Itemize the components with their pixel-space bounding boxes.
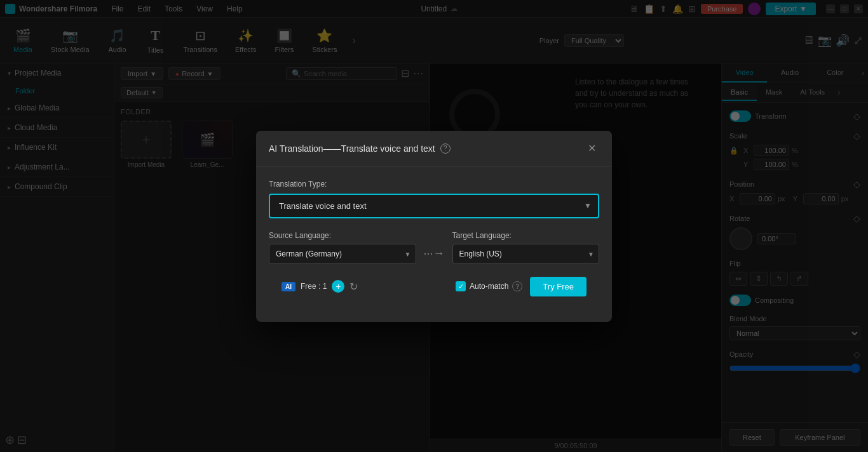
language-row: Source Language: German (Germany) Englis…	[269, 231, 599, 264]
translation-type-label: Translation Type:	[269, 180, 599, 189]
target-lang-col: Target Language: English (US) German (Ge…	[452, 231, 600, 264]
refresh-button[interactable]: ↻	[349, 281, 358, 293]
footer-left: AI Free : 1 + ↻	[281, 280, 358, 293]
footer-right: ✓ Auto-match ? Try Free	[456, 277, 587, 296]
modal-close-button[interactable]: ✕	[584, 141, 599, 156]
try-free-button[interactable]: Try Free	[530, 277, 587, 296]
target-lang-select[interactable]: English (US) German (Germany) French (Fr…	[452, 244, 600, 264]
target-lang-label: Target Language:	[452, 231, 600, 240]
modal-title-text: AI Translation——Translate voice and text	[269, 143, 435, 154]
source-lang-label: Source Language:	[269, 231, 416, 240]
lang-arrow-separator: ···→	[424, 234, 445, 260]
auto-match-container[interactable]: ✓ Auto-match ?	[456, 281, 522, 291]
free-count: Free : 1	[301, 282, 327, 291]
modal-title-container: AI Translation——Translate voice and text…	[269, 143, 451, 154]
modal-body: Translation Type: Translate voice and te…	[256, 167, 612, 322]
auto-match-label: Auto-match	[470, 282, 508, 291]
modal-header: AI Translation——Translate voice and text…	[256, 131, 612, 167]
auto-match-help[interactable]: ?	[512, 281, 522, 291]
target-lang-wrapper: English (US) German (Germany) French (Fr…	[452, 244, 600, 264]
auto-match-checkbox[interactable]: ✓	[456, 281, 466, 291]
ai-translation-modal: AI Translation——Translate voice and text…	[256, 131, 612, 322]
source-lang-wrapper: German (Germany) English (US) French (Fr…	[269, 244, 416, 264]
source-lang-col: Source Language: German (Germany) Englis…	[269, 231, 416, 264]
translation-type-select[interactable]: Translate voice and text Translate voice…	[269, 194, 599, 218]
modal-overlay[interactable]: AI Translation——Translate voice and text…	[0, 0, 868, 452]
translation-type-wrapper: Translate voice and text Translate voice…	[269, 194, 599, 218]
modal-help-icon[interactable]: ?	[440, 143, 451, 154]
ai-badge: AI	[281, 282, 295, 291]
source-lang-select[interactable]: German (Germany) English (US) French (Fr…	[269, 244, 416, 264]
checkbox-check-icon: ✓	[458, 282, 464, 291]
modal-footer: AI Free : 1 + ↻ ✓ Auto-match ? T	[269, 277, 599, 309]
add-credits-button[interactable]: +	[332, 280, 344, 293]
